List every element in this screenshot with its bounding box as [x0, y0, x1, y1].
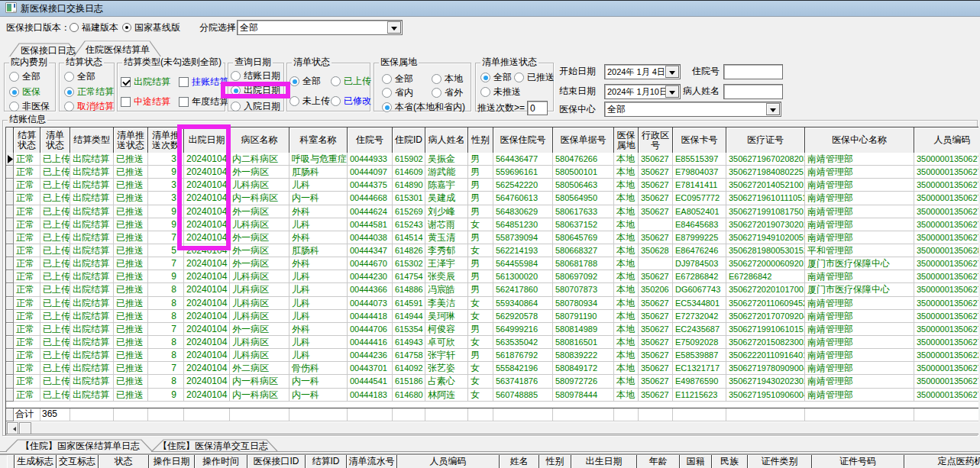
svg-text:【住院】医保清单交互日志: 【住院】医保清单交互日志 [158, 441, 268, 451]
svg-text:【住院】国家医保结算单日志: 【住院】国家医保结算单日志 [21, 441, 140, 451]
svg-text:医保接口日志: 医保接口日志 [21, 45, 76, 56]
svg-text:住院医保结算单: 住院医保结算单 [85, 44, 150, 55]
